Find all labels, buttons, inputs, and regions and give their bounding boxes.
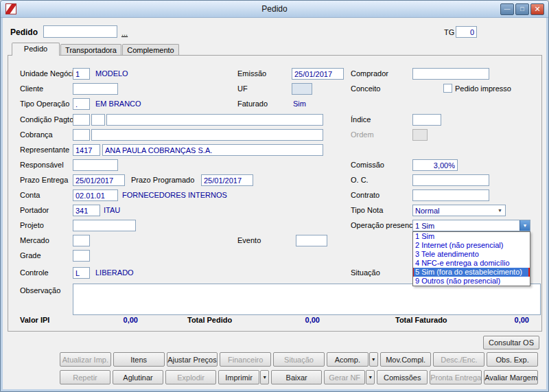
oc-input[interactable] (412, 174, 489, 186)
valor-ipi-label: Valor IPI (20, 316, 49, 324)
tipo-operacao-label: Tipo Operação (20, 100, 69, 108)
condicao-pagto-desc-input[interactable] (106, 114, 323, 126)
chevron-down-icon[interactable]: ▼ (519, 220, 530, 231)
dropdown-option-9-outros[interactable]: 9 Outros (não presencial) (413, 277, 530, 286)
prazo-entrega-input[interactable] (73, 174, 125, 186)
projeto-label: Projeto (20, 221, 44, 229)
controle-desc: LIBERADO (95, 268, 134, 277)
tab-transportadora[interactable]: Transportadora (60, 44, 121, 55)
tipo-operacao-desc: EM BRANCO (95, 100, 141, 108)
pedido-header-label: Pedido (10, 27, 38, 37)
condicao-pagto-code2-input[interactable] (91, 114, 105, 126)
acomp-button[interactable]: Acomp. (327, 352, 369, 367)
total-faturado-value: 0,00 (488, 316, 529, 324)
window-title: Pedido (1, 4, 548, 14)
ordem-label: Ordem (351, 130, 374, 139)
responsavel-input[interactable] (73, 159, 118, 171)
oc-label: O. C. (351, 176, 369, 184)
avaliar-margem-button[interactable]: Avaliar Margem (484, 370, 538, 384)
portador-desc: ITAU (104, 206, 120, 214)
condicao-pagto-code-input[interactable] (73, 114, 90, 126)
baixar-button[interactable]: Baixar (271, 370, 322, 384)
valor-ipi-value: 0,00 (97, 316, 138, 324)
indice-label: Índice (351, 115, 371, 124)
consultar-os-button[interactable]: Consultar OS (483, 336, 539, 349)
observacao-textarea[interactable] (73, 284, 541, 315)
controle-code-input[interactable] (73, 267, 90, 279)
comissao-input[interactable] (412, 159, 458, 171)
pedido-window: Pedido — □ ✕ Pedido ... TG Pedido Transp… (0, 0, 549, 392)
tg-input[interactable] (456, 26, 477, 38)
conceito-label: Conceito (351, 84, 380, 93)
portador-label: Portador (20, 206, 49, 214)
operacao-presencial-label: Operação presencial (351, 221, 421, 229)
pedido-lookup-button[interactable]: ... (121, 29, 128, 37)
responsavel-label: Responsável (20, 161, 64, 169)
pronta-entrega-button[interactable]: Pronta Entrega (430, 370, 482, 384)
emissao-label: Emissão (237, 69, 266, 78)
tipo-operacao-code-input[interactable] (73, 98, 90, 110)
dropdown-option-4-nfce-domicilio[interactable]: 4 NFC-e entrega a domicílio (413, 259, 530, 268)
contrato-input[interactable] (412, 189, 489, 201)
cobranca-code-input[interactable] (73, 129, 90, 141)
portador-code-input[interactable] (73, 205, 100, 216)
observacao-label: Observação (20, 286, 60, 295)
desc-enc-button[interactable]: Desc./Enc. (433, 352, 484, 367)
evento-input[interactable] (296, 235, 327, 246)
gerar-nf-button[interactable]: Gerar NF (324, 370, 365, 384)
titlebar[interactable]: Pedido — □ ✕ (1, 1, 548, 18)
explodir-button[interactable]: Explodir (165, 370, 216, 384)
ordem-input (412, 129, 428, 141)
dropdown-option-5-fora-estabelecimento[interactable]: 5 Sim (fora do estabelecimento) (413, 268, 530, 277)
unidade-negocio-code-input[interactable] (73, 68, 90, 80)
pedido-impresso-checkbox[interactable] (443, 84, 452, 93)
maximize-icon[interactable]: □ (515, 3, 529, 15)
dropdown-option-2-internet[interactable]: 2 Internet (não presencial) (413, 241, 530, 250)
atualizar-imp-button[interactable]: Atualizar Imp. (60, 352, 111, 367)
prazo-programado-label: Prazo Programado (131, 176, 194, 184)
evento-label: Evento (237, 236, 261, 244)
chevron-down-icon[interactable]: ▼ (495, 205, 505, 216)
emissao-input[interactable] (292, 68, 344, 80)
comprador-input[interactable] (412, 68, 489, 80)
representante-desc-input[interactable] (102, 144, 323, 156)
operacao-presencial-combobox[interactable]: 1 Sim ▼ (412, 220, 530, 231)
uf-input[interactable] (292, 83, 312, 95)
cliente-label: Cliente (20, 84, 43, 93)
minimize-icon[interactable]: — (500, 3, 514, 15)
button-row-1: Atualizar Imp. Itens Ajustar Preços Fina… (60, 352, 538, 367)
mov-compl-button[interactable]: Mov.Compl. (380, 352, 432, 367)
representante-code-input[interactable] (73, 144, 100, 156)
situacao-button[interactable]: Situação (273, 352, 325, 367)
financeiro-button[interactable]: Financeiro (220, 352, 271, 367)
acomp-dropdown-arrow-icon[interactable]: ▼ (369, 352, 378, 367)
pedido-number-input[interactable] (43, 25, 117, 38)
close-icon[interactable]: ✕ (530, 3, 544, 15)
comissoes-button[interactable]: Comissões (377, 370, 428, 384)
prazo-programado-input[interactable] (201, 174, 253, 186)
conta-code-input[interactable] (73, 189, 118, 201)
pedido-impresso-label: Pedido impresso (455, 84, 511, 93)
tab-pedido[interactable]: Pedido (12, 43, 60, 56)
faturado-value: Sim (293, 100, 306, 108)
condicao-pagto-label: Condição Pagto. (20, 115, 75, 124)
dropdown-option-3-tele-atendimento[interactable]: 3 Tele atendimento (413, 250, 530, 259)
imprimir-dropdown-arrow-icon[interactable]: ▼ (260, 370, 269, 384)
comprador-label: Comprador (351, 69, 388, 78)
ajustar-precos-button[interactable]: Ajustar Preços (167, 352, 218, 367)
itens-button[interactable]: Itens (113, 352, 165, 367)
dropdown-option-1-sim[interactable]: 1 Sim (413, 232, 530, 241)
indice-input[interactable] (412, 114, 441, 126)
tipo-nota-combobox[interactable]: Normal ▼ (412, 205, 506, 216)
cliente-input[interactable] (73, 83, 118, 95)
aglutinar-button[interactable]: Aglutinar (113, 370, 163, 384)
repetir-button[interactable]: Repetir (60, 370, 110, 384)
gerar-nf-dropdown-arrow-icon[interactable]: ▼ (366, 370, 375, 384)
cobranca-desc-input[interactable] (91, 129, 323, 141)
projeto-input[interactable] (73, 220, 136, 231)
mercado-input[interactable] (73, 235, 90, 246)
obs-exp-button[interactable]: Obs. Exp. (487, 352, 538, 367)
imprimir-button[interactable]: Imprimir (218, 370, 259, 384)
tab-complemento[interactable]: Complemento (122, 44, 179, 55)
grade-input[interactable] (73, 250, 90, 262)
